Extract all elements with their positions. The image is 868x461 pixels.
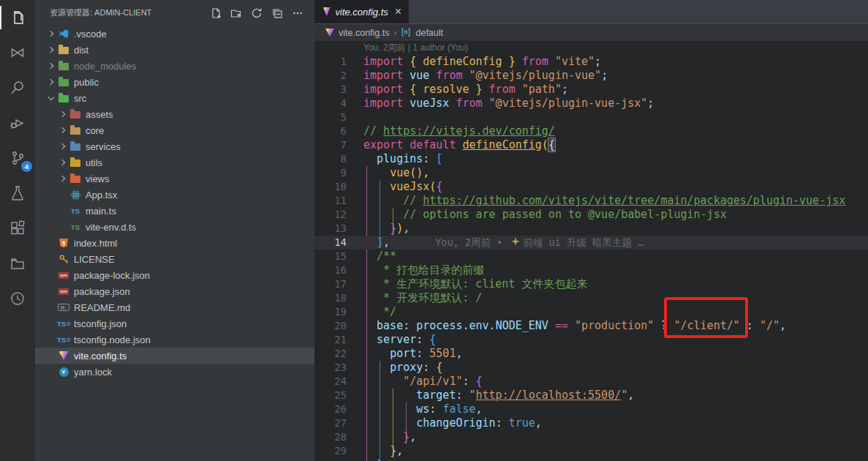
code-line-22[interactable]: 22 port: 5501, [314,347,868,361]
tree-item-assets[interactable]: assets [35,106,314,122]
code-line-6[interactable]: 6// https://vitejs.dev/config/ [314,124,868,138]
code-line-1[interactable]: 1import { defineConfig } from "vite"; [314,55,868,69]
tree-item-tsconfig.node.json[interactable]: TStsconfig.node.json [35,331,314,348]
tree-item-main.ts[interactable]: TSmain.ts [35,203,314,219]
line-number[interactable]: 12 [314,208,347,222]
line-number[interactable]: 23 [314,361,347,375]
source-control-icon[interactable]: 4 [0,140,35,176]
code-line-5[interactable]: 5 [314,110,868,124]
line-number[interactable]: 27 [314,416,347,430]
tree-item-vite.config.ts[interactable]: vite.config.ts [35,348,314,364]
line-number[interactable]: 4 [314,97,347,110]
code-line-13[interactable]: 13 }), [314,222,868,236]
line-number[interactable]: 14 [314,236,347,250]
testing-icon[interactable] [0,176,35,211]
code-line-26[interactable]: 26 ws: false, [314,402,868,416]
code-line-4[interactable]: 4import vueJsx from "@vitejs/plugin-vue-… [314,97,868,110]
tree-item-package.json[interactable]: npmpackage.json [35,283,314,299]
code-line-11[interactable]: 11 // https://github.com/vitejs/vite/tre… [314,194,868,208]
tree-item-src[interactable]: src [35,90,314,106]
collapse-folders-icon[interactable] [269,5,285,21]
history-icon[interactable] [0,281,35,316]
code-line-25[interactable]: 25 target: "http://localhost:5500/", [314,389,868,402]
code-line-18[interactable]: 18 * 开发环境默认: / [314,291,868,305]
tree-item-dist[interactable]: dist [35,42,314,58]
line-number[interactable]: 15 [314,250,347,263]
chevron-right-icon[interactable] [57,157,69,168]
close-tab-icon[interactable]: × [393,6,403,18]
tree-item-core[interactable]: core [35,122,314,138]
code-line-15[interactable]: 15 /** [314,250,868,263]
explorer-icon[interactable] [0,0,35,35]
line-number[interactable]: 8 [314,152,347,166]
run-debug-icon[interactable] [0,105,35,140]
code-line-14[interactable]: 14 ],You, 2周前 • 前端 ui 升级 暗黑主题 … [314,236,868,250]
chevron-right-icon[interactable] [45,28,57,40]
line-number[interactable]: 9 [314,166,347,180]
chevron-right-icon[interactable] [57,124,69,136]
vs-logo-icon[interactable] [0,35,35,70]
tree-item-tsconfig.json[interactable]: TStsconfig.json [35,315,314,331]
line-number[interactable]: 13 [314,222,347,236]
code-line-20[interactable]: 20 base: process.env.NODE_ENV == "produc… [314,319,868,333]
tree-item-.vscode[interactable]: .vscode [35,26,314,42]
line-number[interactable]: 17 [314,277,347,291]
code-editor[interactable]: You, 2周前 | 1 author (You) 1import { defi… [314,41,868,461]
line-number[interactable]: 19 [314,305,347,319]
chevron-right-icon[interactable] [45,76,57,88]
line-number[interactable]: 26 [314,402,347,416]
line-number[interactable]: 10 [314,180,347,194]
code-line-3[interactable]: 3import { resolve } from "path"; [314,83,868,97]
code-line-2[interactable]: 2import vue from "@vitejs/plugin-vue"; [314,69,868,83]
git-codelens[interactable]: You, 2周前 | 1 author (You) [314,41,868,55]
line-number[interactable]: 24 [314,375,347,389]
code-line-24[interactable]: 24 "/api/v1": { [314,375,868,389]
refresh-icon[interactable] [249,5,265,21]
tree-item-node_modules[interactable]: node_modules [35,58,314,74]
new-folder-icon[interactable] [228,5,244,21]
code-line-30[interactable]: 30 }, [314,458,868,461]
code-line-17[interactable]: 17 * 生产环境默认: client 文件夹包起来 [314,277,868,291]
code-line-7[interactable]: 7export default defineConfig({ [314,138,868,152]
chevron-right-icon[interactable] [57,140,69,152]
tree-item-utils[interactable]: utils [35,154,314,170]
search-icon[interactable] [0,70,35,105]
line-number[interactable]: 29 [314,444,347,458]
code-line-16[interactable]: 16 * 打包给目录的前缀 [314,263,868,277]
line-number[interactable]: 20 [314,319,347,333]
line-number[interactable]: 1 [314,55,347,69]
code-line-19[interactable]: 19 */ [314,305,868,319]
tree-item-public[interactable]: public [35,74,314,90]
line-number[interactable]: 25 [314,389,347,402]
breadcrumb-symbol[interactable]: default [415,28,443,38]
line-number[interactable]: 21 [314,333,347,347]
line-number[interactable]: 28 [314,430,347,444]
line-number[interactable]: 7 [314,138,347,152]
code-line-10[interactable]: 10 vueJsx({ [314,180,868,194]
line-number[interactable]: 5 [314,110,347,124]
code-line-28[interactable]: 28 }, [314,430,868,444]
line-number[interactable]: 6 [314,124,347,138]
chevron-right-icon[interactable] [45,60,57,72]
line-number[interactable]: 16 [314,263,347,277]
tree-item-index.html[interactable]: 5index.html [35,235,314,251]
tree-item-App.tsx[interactable]: App.tsx [35,187,314,203]
code-line-8[interactable]: 8 plugins: [ [314,152,868,166]
tree-item-README.md[interactable]: M↓README.md [35,299,314,315]
code-line-12[interactable]: 12 // options are passed on to @vue/babe… [314,208,868,222]
line-number[interactable]: 2 [314,69,347,83]
tab-vite-config[interactable]: vite.config.ts × [314,0,409,23]
folder-panel-icon[interactable] [0,246,35,281]
code-line-21[interactable]: 21 server: { [314,333,868,347]
code-line-23[interactable]: 23 proxy: { [314,361,868,375]
tree-item-services[interactable]: services [35,138,314,154]
chevron-right-icon[interactable] [45,44,57,56]
breadcrumb-file[interactable]: vite.config.ts [339,28,389,38]
chevron-right-icon[interactable] [57,173,69,184]
line-number[interactable]: 18 [314,291,347,305]
more-actions-icon[interactable] [290,5,306,21]
tree-item-views[interactable]: views [35,170,314,187]
chevron-down-icon[interactable] [45,92,57,104]
extensions-icon[interactable] [0,211,35,246]
chevron-right-icon[interactable] [57,108,69,120]
